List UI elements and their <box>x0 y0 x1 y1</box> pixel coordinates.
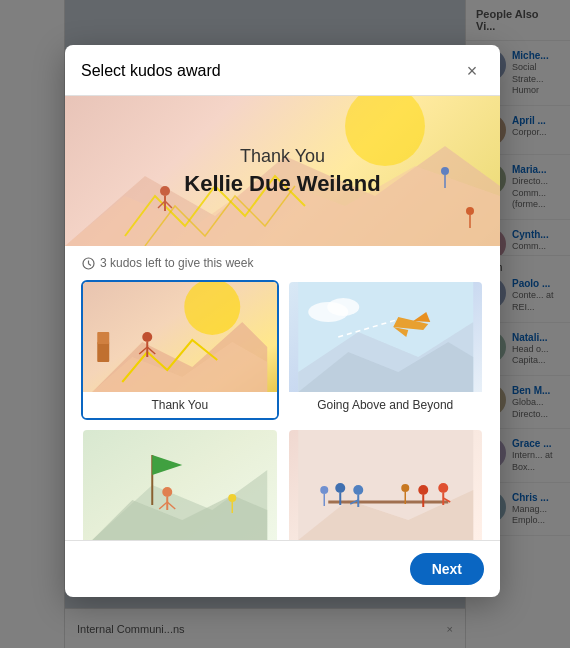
svg-point-9 <box>466 207 474 215</box>
banner-text: Thank You Kellie Due Weiland <box>184 146 380 197</box>
kudos-modal: Select kudos award × Thank You <box>65 45 500 597</box>
kudos-card-image-thank-you <box>83 282 277 392</box>
svg-rect-21 <box>97 342 109 362</box>
kudos-card-thank-you[interactable]: Thank You <box>81 280 279 420</box>
svg-point-52 <box>353 485 363 495</box>
modal-footer: Next <box>65 540 500 597</box>
kudos-count-text: 3 kudos left to give this week <box>100 256 253 270</box>
svg-point-16 <box>184 282 240 335</box>
svg-point-50 <box>401 484 409 492</box>
kudos-card-tug[interactable]: Teamwork <box>287 428 485 540</box>
kudos-grid: Thank You <box>65 280 500 540</box>
svg-point-48 <box>418 485 428 495</box>
kudos-card-label-going-above: Going Above and Beyond <box>289 392 483 418</box>
kudos-card-image-going-above <box>289 282 483 392</box>
svg-point-40 <box>228 494 236 502</box>
svg-point-7 <box>441 167 449 175</box>
svg-point-36 <box>162 487 172 497</box>
kudos-card-image-team <box>83 430 277 540</box>
banner-recipient: Kellie Due Weiland <box>184 171 380 196</box>
kudos-card-image-tug <box>289 430 483 540</box>
svg-point-55 <box>335 483 345 493</box>
modal-header: Select kudos award × <box>65 45 500 96</box>
svg-point-45 <box>438 483 448 493</box>
svg-point-17 <box>142 332 152 342</box>
next-button[interactable]: Next <box>410 553 484 585</box>
svg-point-3 <box>160 186 170 196</box>
svg-line-13 <box>88 263 91 265</box>
svg-marker-35 <box>152 455 182 475</box>
kudos-count-row: 3 kudos left to give this week <box>65 246 500 280</box>
kudos-card-label-thank-you: Thank You <box>83 392 277 418</box>
svg-point-57 <box>320 486 328 494</box>
kudos-card-team[interactable]: Team Player <box>81 428 279 540</box>
svg-rect-22 <box>97 332 109 344</box>
clock-icon <box>81 256 95 270</box>
modal-banner: Thank You Kellie Due Weiland <box>65 96 500 246</box>
modal-close-button[interactable]: × <box>460 59 484 83</box>
svg-point-31 <box>327 298 359 316</box>
kudos-card-going-above[interactable]: Going Above and Beyond <box>287 280 485 420</box>
modal-title: Select kudos award <box>81 62 221 80</box>
banner-subtitle: Thank You <box>184 146 380 167</box>
